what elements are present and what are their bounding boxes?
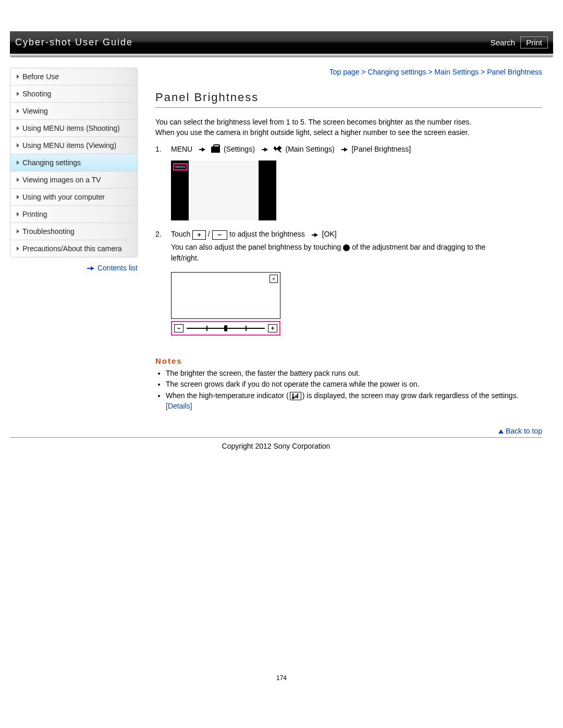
notes-list: The brighter the screen, the faster the …	[157, 368, 542, 411]
step1-target: [Panel Brightness]	[351, 145, 411, 153]
minus-icon: −	[174, 324, 183, 332]
copyright-text: Copyright 2012 Sony Corporation	[10, 442, 542, 450]
step2-line2a: You can also adjust the panel brightness…	[171, 243, 341, 251]
step1-menu: MENU	[171, 145, 192, 153]
sidebar-item-label: Using MENU items (Viewing)	[22, 141, 116, 150]
chevron-right-icon	[17, 75, 19, 79]
sidebar-item-label: Changing settings	[22, 158, 81, 167]
page-title: Panel Brightness	[155, 91, 542, 108]
print-button[interactable]: Print	[520, 36, 548, 48]
step2-line2c: left/right.	[171, 253, 542, 264]
step-number: 2.	[155, 230, 166, 263]
breadcrumb-current: Panel Brightness	[487, 68, 542, 76]
note3-b: ) is displayed, the screen may grow dark…	[302, 391, 519, 400]
sidebar-item-label: Printing	[22, 210, 47, 218]
slider-handle-icon	[343, 244, 350, 251]
step1-settings: (Settings)	[224, 145, 255, 153]
note-item: The screen grows dark if you do not oper…	[166, 379, 542, 390]
step2-touch: Touch	[171, 230, 190, 238]
nav-list: Before Use Shooting Viewing Using MENU i…	[10, 68, 138, 257]
note-item: When the high-temperature indicator () i…	[166, 391, 542, 411]
app-title: Cyber-shot User Guide	[15, 37, 133, 48]
header-bar: Cyber-shot User Guide Search Print	[10, 31, 553, 54]
sidebar-item-viewing-tv[interactable]: Viewing images on a TV	[10, 171, 137, 189]
sidebar-item-label: Troubleshooting	[22, 227, 75, 236]
search-link[interactable]: Search	[491, 38, 516, 47]
step-number: 1.	[155, 145, 166, 153]
sidebar-item-label: Viewing	[22, 107, 48, 115]
breadcrumb-changing[interactable]: Changing settings	[368, 68, 426, 76]
sidebar-item-precautions[interactable]: Precautions/About this camera	[10, 240, 137, 257]
camera-screen-illustration-2: × − +	[171, 272, 280, 336]
chevron-right-icon	[17, 229, 19, 233]
close-x-icon: ×	[270, 275, 278, 283]
note-item: The brighter the screen, the faster the …	[166, 368, 542, 379]
back-to-top-link[interactable]: Back to top	[506, 427, 542, 435]
chevron-right-icon	[17, 212, 19, 216]
arrow-right-icon	[344, 147, 348, 152]
chevron-right-icon	[17, 161, 19, 165]
step1-main-settings: (Main Settings)	[286, 145, 335, 153]
chevron-right-icon	[17, 195, 19, 199]
chevron-right-icon	[17, 92, 19, 96]
page-number: 174	[0, 674, 563, 682]
intro-line2: When you use the camera in bright outsid…	[155, 128, 542, 138]
wrench-icon	[274, 146, 282, 153]
chevron-right-icon	[17, 109, 19, 113]
minus-button-icon: −	[212, 230, 228, 240]
menu-highlight-icon: MENU	[173, 163, 188, 170]
plus-icon: +	[268, 324, 277, 332]
step2-ok: [OK]	[322, 230, 337, 238]
arrow-right-icon	[202, 147, 205, 152]
step2-slash: /	[206, 230, 212, 238]
breadcrumb-main-settings[interactable]: Main Settings	[434, 68, 479, 76]
chevron-right-icon	[17, 126, 19, 130]
sidebar-item-printing[interactable]: Printing	[10, 206, 137, 223]
sidebar-item-label: Before Use	[22, 72, 59, 81]
slider-highlight-icon: − +	[171, 321, 280, 336]
intro-text: You can select the brightness level from…	[155, 117, 542, 138]
sidebar-item-label: Using MENU items (Shooting)	[22, 124, 120, 132]
arrow-right-icon	[314, 233, 318, 237]
sidebar-item-label: Shooting	[22, 90, 51, 98]
sidebar-item-viewing[interactable]: Viewing	[10, 103, 137, 120]
intro-line1: You can select the brightness level from…	[155, 117, 542, 128]
chevron-right-icon	[17, 246, 19, 251]
step-1: 1. MENU (Settings) (Main Settings) [Pane…	[155, 145, 542, 153]
chevron-right-icon	[17, 178, 19, 182]
arrow-right-icon	[91, 266, 94, 270]
notes-heading: Notes	[155, 356, 542, 365]
step-2: 2. Touch + / − to adjust the brightness …	[155, 230, 542, 263]
step2-line2b: of the adjustment bar and dragging to th…	[352, 243, 485, 251]
sidebar-item-label: Precautions/About this camera	[22, 244, 122, 253]
temperature-warning-icon	[290, 392, 301, 400]
sidebar-item-menu-viewing[interactable]: Using MENU items (Viewing)	[10, 137, 137, 154]
arrow-right-icon	[264, 147, 268, 152]
toolbox-icon	[211, 146, 220, 153]
plus-button-icon: +	[192, 230, 206, 240]
sidebar-item-label: Viewing images on a TV	[22, 176, 101, 184]
sidebar-item-label: Using with your computer	[22, 193, 105, 201]
contents-list-link[interactable]: Contents list	[97, 264, 138, 272]
step2-adjust: to adjust the brightness	[229, 230, 305, 238]
chevron-right-icon	[17, 143, 19, 147]
details-link[interactable]: [Details]	[166, 402, 192, 410]
sidebar-item-troubleshooting[interactable]: Troubleshooting	[10, 223, 137, 240]
sidebar-item-before-use[interactable]: Before Use	[10, 68, 137, 85]
camera-screen-illustration-1: MENU	[171, 161, 276, 220]
note3-a: When the high-temperature indicator (	[166, 391, 289, 400]
breadcrumb: Top page > Changing settings > Main Sett…	[155, 68, 542, 76]
up-triangle-icon	[498, 429, 504, 434]
sidebar-item-computer[interactable]: Using with your computer	[10, 189, 137, 206]
sidebar-item-shooting[interactable]: Shooting	[10, 85, 137, 103]
breadcrumb-top[interactable]: Top page	[329, 68, 360, 76]
sidebar-item-changing-settings[interactable]: Changing settings	[10, 154, 137, 171]
sidebar-item-menu-shooting[interactable]: Using MENU items (Shooting)	[10, 120, 137, 137]
